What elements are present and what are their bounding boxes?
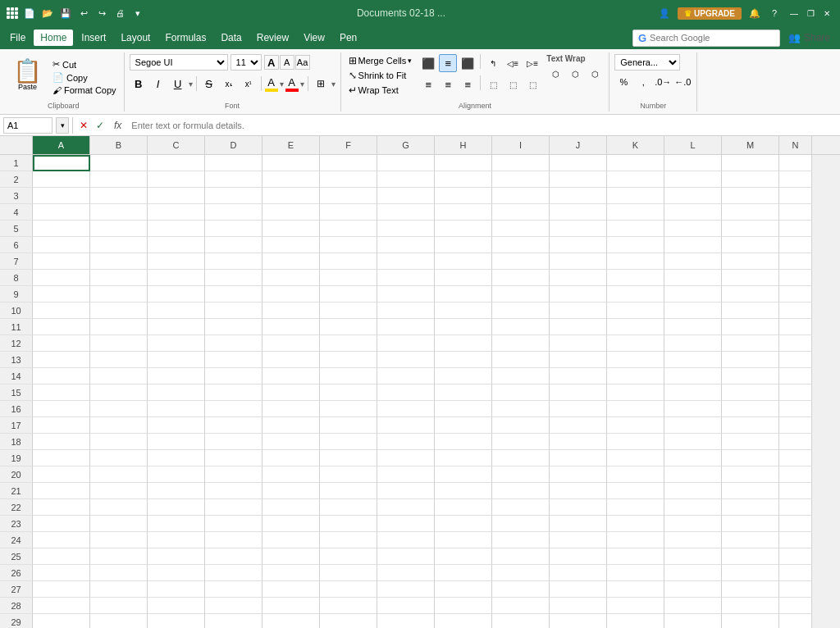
cell-B16[interactable] [90, 401, 148, 417]
cell-M26[interactable] [722, 565, 779, 581]
menu-formulas[interactable]: Formulas [158, 30, 212, 46]
new-icon[interactable]: 📄 [23, 7, 36, 20]
cell-H9[interactable] [435, 286, 492, 303]
profile-icon[interactable]: 👤 [658, 7, 671, 20]
cell-I1[interactable] [492, 155, 550, 171]
cell-E21[interactable] [262, 483, 320, 499]
cell-I18[interactable] [492, 434, 550, 450]
col-header-K[interactable]: K [607, 136, 664, 154]
cell-F24[interactable] [320, 532, 377, 548]
font-color-button[interactable]: A [285, 76, 299, 92]
row-number-23[interactable]: 23 [0, 516, 33, 532]
cell-C12[interactable] [148, 335, 205, 352]
cell-A12[interactable] [33, 335, 90, 352]
cell-D16[interactable] [205, 401, 262, 417]
cell-I26[interactable] [492, 565, 550, 581]
cell-M12[interactable] [722, 335, 779, 352]
cell-H17[interactable] [435, 417, 492, 434]
row-number-11[interactable]: 11 [0, 319, 33, 335]
align-bottom-right-button[interactable]: ⬚ [523, 75, 541, 93]
shrink-to-fit-button[interactable]: ⤡ Shrink to Fit [346, 69, 415, 82]
cell-A28[interactable] [33, 598, 90, 614]
cell-E27[interactable] [262, 581, 320, 598]
decrease-font-size-button[interactable]: A [280, 55, 294, 70]
cell-M18[interactable] [722, 434, 779, 450]
cell-E3[interactable] [262, 188, 320, 204]
cell-E2[interactable] [262, 171, 320, 188]
row-number-28[interactable]: 28 [0, 598, 33, 614]
cell-J28[interactable] [550, 598, 607, 614]
cell-D18[interactable] [205, 434, 262, 450]
cell-H25[interactable] [435, 548, 492, 565]
cell-B17[interactable] [90, 417, 148, 434]
cell-F2[interactable] [320, 171, 377, 188]
cell-I4[interactable] [492, 204, 550, 221]
cell-M11[interactable] [722, 319, 779, 335]
grid-container[interactable]: 1234567891011121314151617181920212223242… [0, 155, 840, 628]
cell-E17[interactable] [262, 417, 320, 434]
col-header-I[interactable]: I [492, 136, 550, 154]
cell-J15[interactable] [550, 385, 607, 401]
cell-K29[interactable] [607, 614, 664, 628]
cell-B21[interactable] [90, 483, 148, 499]
cell-N14[interactable] [779, 368, 812, 385]
cell-G11[interactable] [377, 319, 435, 335]
cell-E26[interactable] [262, 565, 320, 581]
cell-D2[interactable] [205, 171, 262, 188]
cell-C17[interactable] [148, 417, 205, 434]
cell-H7[interactable] [435, 253, 492, 270]
font-size-select[interactable]: 11 [231, 54, 262, 71]
cell-H1[interactable] [435, 155, 492, 171]
font-format-button[interactable]: Aa [295, 55, 310, 70]
cell-M21[interactable] [722, 483, 779, 499]
cell-G14[interactable] [377, 368, 435, 385]
cell-B3[interactable] [90, 188, 148, 204]
cell-D1[interactable] [205, 155, 262, 171]
cell-F23[interactable] [320, 516, 377, 532]
cell-M22[interactable] [722, 499, 779, 516]
align-indent-increase-button[interactable]: ▷≡ [523, 54, 541, 72]
align-indent-decrease-button[interactable]: ◁≡ [504, 54, 522, 72]
cell-J4[interactable] [550, 204, 607, 221]
cell-J25[interactable] [550, 548, 607, 565]
underline-button[interactable]: U [169, 75, 187, 93]
menu-layout[interactable]: Layout [114, 30, 157, 46]
cell-M20[interactable] [722, 466, 779, 483]
row-number-6[interactable]: 6 [0, 237, 33, 253]
cell-L29[interactable] [664, 614, 722, 628]
google-search-box[interactable]: G [632, 30, 780, 47]
cell-A3[interactable] [33, 188, 90, 204]
search-input[interactable] [650, 33, 756, 43]
cell-K1[interactable] [607, 155, 664, 171]
cell-M3[interactable] [722, 188, 779, 204]
cell-C2[interactable] [148, 171, 205, 188]
cell-K16[interactable] [607, 401, 664, 417]
cell-M19[interactable] [722, 450, 779, 466]
cell-I12[interactable] [492, 335, 550, 352]
cell-D21[interactable] [205, 483, 262, 499]
cell-J21[interactable] [550, 483, 607, 499]
cell-J20[interactable] [550, 466, 607, 483]
row-number-18[interactable]: 18 [0, 434, 33, 450]
cell-K17[interactable] [607, 417, 664, 434]
cell-F22[interactable] [320, 499, 377, 516]
cell-J14[interactable] [550, 368, 607, 385]
cell-N1[interactable] [779, 155, 812, 171]
col-header-D[interactable]: D [205, 136, 262, 154]
cell-J22[interactable] [550, 499, 607, 516]
cell-K4[interactable] [607, 204, 664, 221]
cell-L16[interactable] [664, 401, 722, 417]
cell-I25[interactable] [492, 548, 550, 565]
menu-data[interactable]: Data [214, 30, 248, 46]
cell-B9[interactable] [90, 286, 148, 303]
cell-G1[interactable] [377, 155, 435, 171]
superscript-button[interactable]: x¹ [240, 75, 258, 93]
paste-button[interactable]: 📋 Paste [8, 58, 47, 96]
cell-N22[interactable] [779, 499, 812, 516]
cell-N13[interactable] [779, 352, 812, 368]
cell-H22[interactable] [435, 499, 492, 516]
cell-I14[interactable] [492, 368, 550, 385]
col-header-G[interactable]: G [377, 136, 435, 154]
cell-I7[interactable] [492, 253, 550, 270]
cell-A1[interactable] [33, 155, 90, 171]
